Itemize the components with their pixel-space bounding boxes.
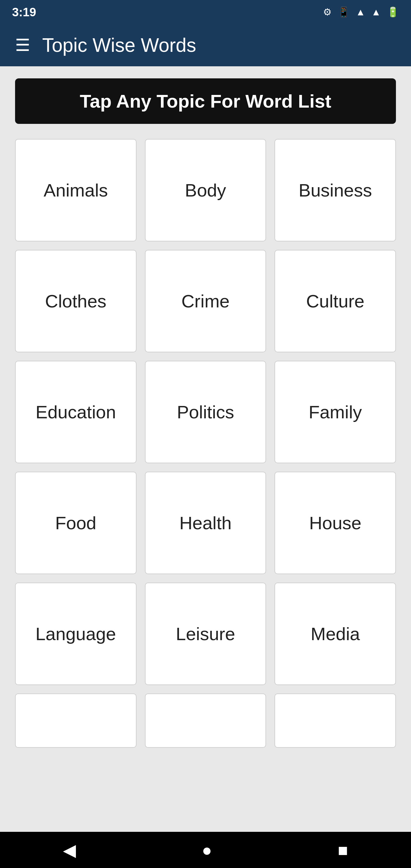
topic-label-crime: Crime [181,291,230,312]
topic-grid: AnimalsBodyBusinessClothesCrimeCultureEd… [15,139,396,685]
back-button[interactable]: ◀ [51,834,88,866]
topic-card-culture[interactable]: Culture [275,250,396,352]
topic-card-media[interactable]: Media [275,583,396,685]
topic-label-clothes: Clothes [45,291,106,312]
sim-icon: 📱 [338,6,350,18]
topic-card-clothes[interactable]: Clothes [15,250,136,352]
page-title: Topic Wise Words [42,34,196,56]
topic-label-house: House [309,513,361,533]
topic-card-health[interactable]: Health [145,472,266,574]
topic-label-animals: Animals [44,180,108,201]
battery-icon: 🔋 [387,6,399,18]
settings-icon: ⚙ [323,6,332,18]
topic-card-education[interactable]: Education [15,361,136,463]
topic-card-body[interactable]: Body [145,139,266,241]
topic-card-house[interactable]: House [275,472,396,574]
topic-card-partial-1[interactable] [145,693,266,748]
topic-card-partial-0[interactable] [15,693,136,748]
app-bar: ☰ Topic Wise Words [0,24,411,66]
topic-card-language[interactable]: Language [15,583,136,685]
status-time: 3:19 [12,5,36,19]
topic-card-business[interactable]: Business [275,139,396,241]
topic-label-family: Family [309,402,362,423]
topic-label-business: Business [298,180,372,201]
status-icons: ⚙ 📱 ▲ ▲ 🔋 [323,6,399,18]
topic-card-politics[interactable]: Politics [145,361,266,463]
topic-label-media: Media [311,624,360,644]
main-content: Tap Any Topic For Word List AnimalsBodyB… [0,66,411,832]
topic-card-crime[interactable]: Crime [145,250,266,352]
topic-card-family[interactable]: Family [275,361,396,463]
status-bar: 3:19 ⚙ 📱 ▲ ▲ 🔋 [0,0,411,24]
signal-icon: ▲ [371,7,381,18]
banner-text: Tap Any Topic For Word List [80,91,331,112]
topic-label-food: Food [55,513,96,533]
topic-label-politics: Politics [177,402,234,423]
wifi-icon: ▲ [356,7,366,18]
topic-label-education: Education [36,402,116,423]
topic-card-animals[interactable]: Animals [15,139,136,241]
home-button[interactable]: ● [190,834,224,866]
topic-label-culture: Culture [306,291,364,312]
topic-label-language: Language [36,624,116,644]
nav-bar: ◀ ● ■ [0,832,411,868]
topic-card-leisure[interactable]: Leisure [145,583,266,685]
topic-label-body: Body [185,180,226,201]
topic-label-health: Health [179,513,231,533]
recents-button[interactable]: ■ [326,834,360,866]
menu-button[interactable]: ☰ [15,37,30,54]
partial-row [15,693,396,748]
topic-card-food[interactable]: Food [15,472,136,574]
banner: Tap Any Topic For Word List [15,79,396,124]
topic-card-partial-2[interactable] [275,693,396,748]
topic-label-leisure: Leisure [176,624,235,644]
